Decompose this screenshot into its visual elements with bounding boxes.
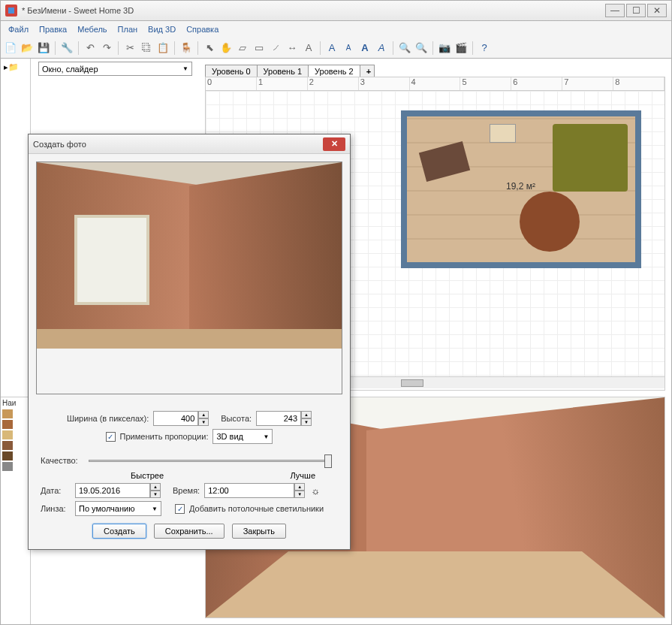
- furniture-list-header: Наи: [1, 397, 30, 409]
- tab-level-1[interactable]: Уровень 1: [257, 65, 309, 77]
- menu-furniture[interactable]: Мебель: [73, 23, 111, 35]
- menu-view3d[interactable]: Вид 3D: [143, 23, 180, 35]
- catalog-selected-label: Окно, слайдер: [42, 65, 98, 74]
- ruler-horizontal: 0 1 2 3 4 5 6 7 8: [206, 77, 664, 91]
- room-icon[interactable]: ▭: [252, 41, 266, 55]
- menu-plan[interactable]: План: [113, 23, 143, 35]
- add-level-button[interactable]: +: [360, 65, 375, 77]
- time-input[interactable]: [204, 483, 294, 498]
- quality-fast-label: Быстрее: [131, 471, 164, 480]
- room-area-label: 19,2 м²: [506, 181, 535, 192]
- height-label: Высота:: [221, 414, 252, 423]
- open-icon[interactable]: 📂: [20, 41, 34, 55]
- aspect-combo[interactable]: 3D вид ▼: [212, 429, 273, 444]
- add-furniture-icon[interactable]: 🪑: [179, 41, 193, 55]
- time-down-button[interactable]: ▼: [294, 491, 305, 498]
- ceiling-lights-checkbox[interactable]: ✓: [175, 504, 185, 514]
- select-icon[interactable]: ⬉: [203, 41, 216, 55]
- menubar: Файл Правка Мебель План Вид 3D Справка: [0, 21, 672, 38]
- height-up-button[interactable]: ▲: [301, 411, 312, 418]
- lens-combo[interactable]: По умолчанию ▼: [75, 501, 161, 516]
- save-icon[interactable]: 💾: [37, 41, 50, 55]
- redo-icon[interactable]: ↷: [100, 41, 113, 55]
- tab-level-0[interactable]: Уровень 0: [205, 65, 258, 77]
- menu-file[interactable]: Файл: [4, 23, 33, 35]
- window-title: * БезИмени - Sweet Home 3D: [22, 6, 605, 15]
- copy-icon[interactable]: ⿻: [140, 41, 153, 55]
- video-icon[interactable]: 🎬: [454, 41, 468, 55]
- time-up-button[interactable]: ▲: [294, 483, 305, 491]
- height-down-button[interactable]: ▼: [301, 418, 312, 426]
- maximize-button[interactable]: ☐: [626, 4, 646, 17]
- slider-thumb[interactable]: [324, 454, 332, 468]
- create-button[interactable]: Создать: [92, 524, 146, 539]
- scroll-thumb[interactable]: [401, 379, 423, 387]
- list-item[interactable]: [1, 461, 30, 472]
- chevron-down-icon: ▼: [152, 506, 158, 512]
- list-item[interactable]: [1, 409, 30, 419]
- list-item[interactable]: [1, 451, 30, 461]
- catalog-selected-field[interactable]: Окно, слайдер ▼: [38, 62, 192, 76]
- photo-icon[interactable]: 📷: [438, 41, 451, 55]
- furniture-shelf[interactable]: [490, 124, 516, 143]
- furniture-table[interactable]: [520, 192, 580, 252]
- width-input[interactable]: [153, 411, 198, 426]
- menu-help[interactable]: Справка: [182, 23, 223, 35]
- wall-icon[interactable]: ▱: [236, 41, 249, 55]
- text-bold-icon[interactable]: A: [358, 41, 372, 55]
- list-item[interactable]: [1, 430, 30, 440]
- app-icon: [5, 5, 17, 17]
- paste-icon[interactable]: 📋: [156, 41, 170, 55]
- text-italic-icon[interactable]: A: [375, 41, 388, 55]
- preferences-icon[interactable]: 🔧: [60, 41, 74, 55]
- sun-icon[interactable]: ☼: [309, 485, 321, 497]
- new-icon[interactable]: 📄: [4, 41, 17, 55]
- height-input[interactable]: [256, 411, 301, 426]
- text-bigger-icon[interactable]: A: [325, 41, 339, 55]
- cut-icon[interactable]: ✂: [123, 41, 137, 55]
- tab-level-2[interactable]: Уровень 2: [308, 65, 360, 77]
- save-button[interactable]: Сохранить...: [154, 524, 225, 539]
- tree-node[interactable]: ▸📁: [4, 62, 27, 73]
- close-button[interactable]: ✕: [647, 4, 667, 17]
- undo-icon[interactable]: ↶: [83, 41, 97, 55]
- polyline-icon[interactable]: ⟋: [269, 41, 282, 55]
- dialog-titlebar[interactable]: Создать фото ✕: [29, 134, 350, 154]
- furniture-sofa[interactable]: [553, 124, 628, 192]
- furniture-desk[interactable]: [419, 141, 470, 182]
- width-up-button[interactable]: ▲: [198, 411, 209, 418]
- help-icon[interactable]: ?: [478, 41, 491, 55]
- dimension-icon[interactable]: ↔: [285, 41, 299, 55]
- minimize-button[interactable]: —: [605, 4, 625, 17]
- dialog-close-button[interactable]: ✕: [323, 137, 345, 151]
- aspect-checkbox[interactable]: ✓: [106, 432, 116, 442]
- quality-label: Качество:: [41, 456, 78, 465]
- toolbar: 📄 📂 💾 🔧 ↶ ↷ ✂ ⿻ 📋 🪑 ⬉ ✋ ▱ ▭ ⟋ ↔ A A A A …: [0, 38, 672, 59]
- date-label: Дата:: [41, 486, 71, 495]
- pan-icon[interactable]: ✋: [219, 41, 233, 55]
- list-item[interactable]: [1, 419, 30, 430]
- width-label: Ширина (в пикселах):: [67, 414, 149, 423]
- chevron-down-icon: ▼: [264, 433, 270, 440]
- chevron-down-icon: ▼: [182, 65, 188, 72]
- width-down-button[interactable]: ▼: [198, 418, 209, 426]
- furniture-list-panel: Наи: [1, 397, 31, 618]
- time-label: Время:: [173, 486, 200, 495]
- aspect-label: Применить пропорции:: [120, 432, 209, 441]
- date-input[interactable]: [75, 483, 150, 498]
- zoom-in-icon[interactable]: 🔍: [398, 41, 411, 55]
- ceiling-lights-label: Добавить потолочные светильники: [189, 504, 324, 513]
- create-photo-dialog: Создать фото ✕ Ширина (в пикселах): ▲ ▼ …: [28, 134, 351, 550]
- text-smaller-icon[interactable]: A: [342, 41, 355, 55]
- photo-preview: [36, 162, 342, 394]
- close-dialog-button[interactable]: Закрыть: [232, 524, 286, 539]
- date-up-button[interactable]: ▲: [150, 483, 161, 491]
- list-item[interactable]: [1, 440, 30, 451]
- menu-edit[interactable]: Правка: [35, 23, 71, 35]
- text-icon[interactable]: A: [302, 41, 315, 55]
- level-tabs: Уровень 0 Уровень 1 Уровень 2 +: [205, 61, 374, 77]
- date-down-button[interactable]: ▼: [150, 491, 161, 498]
- window-titlebar: * БезИмени - Sweet Home 3D — ☐ ✕: [0, 0, 672, 21]
- quality-slider[interactable]: [89, 453, 332, 468]
- zoom-out-icon[interactable]: 🔍: [414, 41, 428, 55]
